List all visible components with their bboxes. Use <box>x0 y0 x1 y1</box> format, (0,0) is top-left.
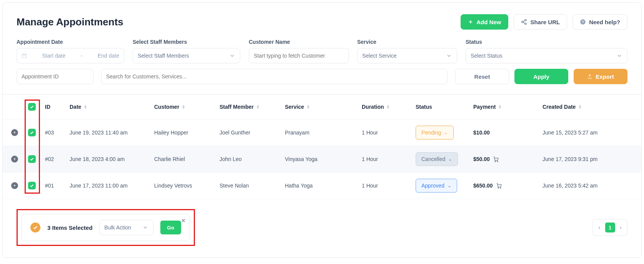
col-status[interactable]: Status <box>416 104 473 110</box>
filter-service-label: Service <box>357 39 457 45</box>
share-url-label: Share URL <box>530 19 560 25</box>
need-help-button[interactable]: ? Need help? <box>572 14 627 30</box>
col-customer[interactable]: Customer▲▼ <box>154 104 220 110</box>
pager-next[interactable]: › <box>620 224 622 231</box>
apply-button[interactable]: Apply <box>514 69 568 84</box>
filter-staff: Select Staff Members Select Staff Member… <box>133 39 240 63</box>
select-all-checkbox[interactable] <box>28 103 36 111</box>
cell-customer: Lindsey Vetrovs <box>154 183 220 189</box>
add-new-button[interactable]: Add New <box>461 14 508 30</box>
payment-amount: $650.00 <box>473 183 493 189</box>
bulk-check-icon <box>30 222 40 232</box>
table-row: + #02 June 18, 2023 4:00 am Charlie Rhie… <box>3 146 641 173</box>
row-checkbox[interactable] <box>28 155 36 163</box>
expand-row-button[interactable]: + <box>11 129 18 136</box>
help-icon: ? <box>580 19 586 25</box>
status-placeholder: Select Status <box>471 53 503 59</box>
cart-icon[interactable] <box>496 183 502 189</box>
bulk-action-select[interactable]: Bulk Action <box>100 220 153 235</box>
filter-customer: Customer Name <box>249 39 349 63</box>
col-date[interactable]: Date▲▼ <box>70 104 154 110</box>
date-dash: - <box>81 53 83 59</box>
add-new-label: Add New <box>476 19 501 25</box>
service-select[interactable]: Select Service <box>357 48 457 63</box>
svg-point-2 <box>525 23 526 25</box>
cell-payment: $10.00 <box>473 130 542 136</box>
table-row: + #01 June 17, 2023 11:00 am Lindsey Vet… <box>3 173 641 199</box>
expand-row-button[interactable]: + <box>11 156 18 163</box>
status-select[interactable]: Pending ⌄ <box>416 126 454 139</box>
highlight-bulk-box: 3 Items Selected Bulk Action Go ✕ <box>17 209 195 246</box>
sort-icon: ▲▼ <box>306 105 310 109</box>
expand-row-button[interactable]: + <box>11 182 18 189</box>
search-wrap[interactable] <box>101 69 448 84</box>
reset-button[interactable]: Reset <box>455 69 509 84</box>
customer-input-wrap[interactable] <box>249 48 349 63</box>
filter-staff-label: Select Staff Members <box>133 39 240 45</box>
pager-prev[interactable]: ‹ <box>598 224 600 231</box>
filters-row-2: Reset Apply Export <box>17 69 627 84</box>
svg-rect-5 <box>22 54 27 58</box>
close-icon[interactable]: ✕ <box>181 218 186 224</box>
col-staff[interactable]: Staff Member▲▼ <box>220 104 285 110</box>
cell-service: Vinyasa Yoga <box>285 156 362 162</box>
appointment-id-wrap[interactable] <box>17 69 93 84</box>
filter-customer-label: Customer Name <box>249 39 349 45</box>
cell-created: June 17, 2023 9:31 pm <box>542 156 633 162</box>
status-select[interactable]: Select Status <box>466 48 627 63</box>
chevron-down-icon <box>229 53 235 59</box>
svg-point-8 <box>498 188 499 188</box>
svg-point-6 <box>495 161 496 162</box>
sort-icon: ▲▼ <box>578 105 582 109</box>
cell-staff: Steve Nolan <box>220 183 285 189</box>
row-checkbox[interactable] <box>28 182 36 189</box>
row-checkbox[interactable] <box>28 129 36 136</box>
filters-row: Appointment Date Start date - End date S… <box>17 39 627 63</box>
cell-duration: 1 Hour <box>362 130 416 136</box>
bulk-selected-label: 3 Items Selected <box>47 224 93 231</box>
export-button[interactable]: Export <box>574 69 627 84</box>
sort-icon: ▲▼ <box>256 105 260 109</box>
date-range-input[interactable]: Start date - End date <box>17 48 124 63</box>
status-select[interactable]: Approved ⌄ <box>416 179 457 193</box>
col-id[interactable]: ID <box>45 104 70 110</box>
filter-date: Appointment Date Start date - End date <box>17 39 124 63</box>
cell-duration: 1 Hour <box>362 183 416 189</box>
col-payment[interactable]: Payment▲▼ <box>473 104 542 110</box>
pager-current[interactable]: 1 <box>605 222 615 232</box>
cell-payment: $50.00 <box>473 156 542 162</box>
check-icon <box>30 157 34 161</box>
cell-service: Pranayam <box>285 130 362 136</box>
check-icon <box>33 225 38 230</box>
col-created[interactable]: Created Date▲▼ <box>542 104 633 110</box>
cell-staff: Joel Gunther <box>220 130 285 136</box>
status-select[interactable]: Cancelled ⌄ <box>416 152 458 166</box>
bulk-go-label: Go <box>167 225 175 231</box>
table-header: ID Date▲▼ Customer▲▼ Staff Member▲▼ Serv… <box>3 95 641 120</box>
calendar-icon <box>22 53 27 58</box>
cell-id: #02 <box>45 156 70 162</box>
cell-id: #01 <box>45 183 70 189</box>
cell-duration: 1 Hour <box>362 156 416 162</box>
pagination: ‹ 1 › <box>592 219 627 236</box>
status-label: Cancelled <box>421 156 445 162</box>
cell-service: Hatha Yoga <box>285 183 362 189</box>
bulk-go-button[interactable]: Go <box>160 221 181 234</box>
filter-status: Status Select Status <box>466 39 627 63</box>
need-help-label: Need help? <box>589 19 620 25</box>
svg-point-7 <box>497 161 498 162</box>
search-input[interactable] <box>106 73 443 80</box>
staff-select[interactable]: Select Staff Members <box>133 48 240 63</box>
customer-input[interactable] <box>254 53 344 59</box>
appointment-id-input[interactable] <box>22 73 88 80</box>
status-label: Approved <box>421 183 444 189</box>
cell-created: June 15, 2023 5:27 am <box>542 130 633 136</box>
chevron-down-icon: ⌄ <box>448 156 452 162</box>
status-label: Pending <box>421 130 441 136</box>
cell-customer: Hailey Hopper <box>154 130 220 136</box>
cart-icon[interactable] <box>493 156 499 162</box>
col-service[interactable]: Service▲▼ <box>285 104 362 110</box>
share-url-button[interactable]: Share URL <box>514 14 567 30</box>
chevron-down-icon: ⌄ <box>448 183 451 188</box>
col-duration[interactable]: Duration▲▼ <box>362 104 416 110</box>
